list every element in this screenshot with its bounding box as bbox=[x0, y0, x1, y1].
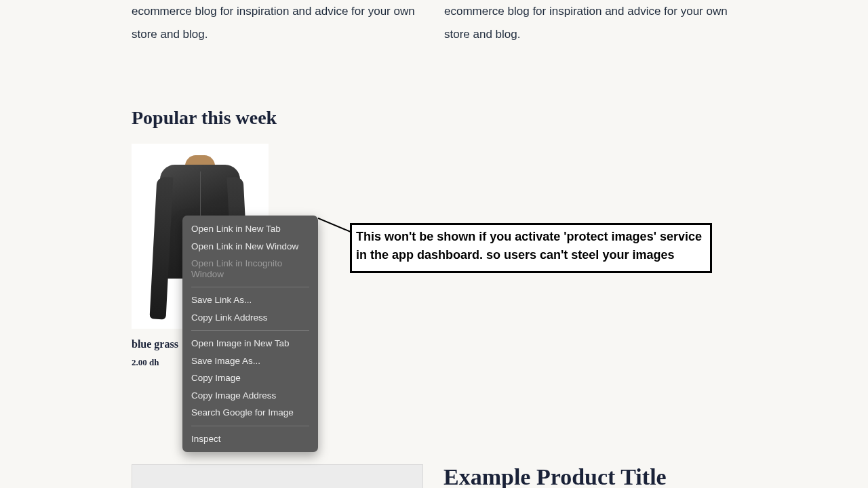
cm-open-image-new-tab[interactable]: Open Image in New Tab bbox=[182, 335, 318, 352]
cm-inspect[interactable]: Inspect bbox=[182, 430, 318, 448]
example-product-title[interactable]: Example Product Title bbox=[443, 464, 667, 488]
cm-open-link-incognito: Open Link in Incognito Window bbox=[182, 255, 318, 283]
cm-open-link-new-tab[interactable]: Open Link in New Tab bbox=[182, 220, 318, 238]
cm-open-link-new-window[interactable]: Open Link in New Window bbox=[182, 238, 318, 256]
popular-heading: Popular this week bbox=[132, 107, 736, 129]
example-product-image-placeholder[interactable] bbox=[132, 464, 423, 488]
cm-separator bbox=[191, 287, 309, 287]
cm-copy-link-address[interactable]: Copy Link Address bbox=[182, 309, 318, 327]
blog-excerpt-right: ecommerce blog for inspiration and advic… bbox=[444, 0, 736, 46]
cm-separator bbox=[191, 330, 309, 331]
blog-excerpt-left: ecommerce blog for inspiration and advic… bbox=[132, 0, 424, 46]
cm-separator bbox=[191, 426, 309, 426]
cm-copy-image-address[interactable]: Copy Image Address bbox=[182, 387, 318, 405]
context-menu: Open Link in New Tab Open Link in New Wi… bbox=[182, 216, 318, 452]
cm-copy-image[interactable]: Copy Image bbox=[182, 369, 318, 387]
cm-search-google-image[interactable]: Search Google for Image bbox=[182, 404, 318, 422]
cm-save-link-as[interactable]: Save Link As... bbox=[182, 291, 318, 309]
cm-save-image-as[interactable]: Save Image As... bbox=[182, 352, 318, 370]
annotation-callout: This won't be shown if you activate 'pro… bbox=[350, 223, 712, 273]
